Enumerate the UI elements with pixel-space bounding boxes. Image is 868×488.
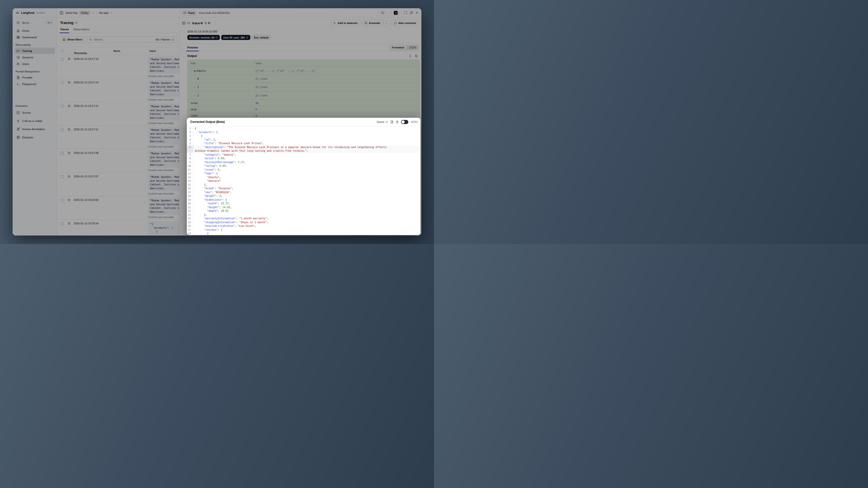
code-content: "reviews": [ [193, 228, 421, 232]
code-content: "category": "beauty", [193, 153, 421, 157]
line-gutter: 24 [187, 217, 193, 220]
line-gutter: 6 [187, 145, 193, 153]
line-number: 28 [188, 232, 191, 235]
corrected-output-card: Corrected Output (Beta) Saved JSON 1{2 "… [187, 118, 421, 235]
line-gutter: 27 [187, 228, 193, 232]
code-content: "tags": [ [193, 172, 421, 176]
code-line[interactable]: 24 "warrantyInformation": "1 month warra… [187, 217, 421, 220]
code-content: { [193, 134, 421, 138]
line-gutter: 7 [187, 153, 193, 157]
code-line[interactable]: 12 "tags": [ [187, 172, 421, 176]
line-number: 12 [188, 172, 191, 176]
code-content: "products": [ [193, 130, 421, 134]
corrected-output-header: Corrected Output (Beta) Saved JSON [187, 118, 421, 126]
code-line[interactable]: 17 "sku": "RCH45Q1A", [187, 190, 421, 194]
code-content: "price": 9.99, [193, 156, 421, 160]
line-gutter: 10 [187, 164, 193, 168]
code-line[interactable]: 21 "height": 14.43, [187, 206, 421, 209]
line-number: 18 [188, 194, 191, 198]
code-line[interactable]: 3 { [187, 134, 421, 138]
json-code-editor[interactable]: 1{2 "products": [3 {4 "id": 1,5 "title":… [187, 126, 421, 235]
line-gutter: 19 [187, 198, 193, 202]
code-line[interactable]: 6 "description": "The Essence Mascara La… [187, 145, 421, 153]
line-gutter: 5 [187, 142, 193, 145]
code-line[interactable]: 7 "category": "beauty", [187, 153, 421, 157]
line-number: 26 [188, 224, 191, 228]
save-file-icon[interactable] [391, 120, 394, 124]
code-line[interactable]: 27 "reviews": [ [187, 228, 421, 232]
code-line[interactable]: 25 "shippingInformation": "Ships in 1 mo… [187, 220, 421, 224]
code-line[interactable]: 20 "width": 23.17, [187, 202, 421, 206]
code-line[interactable]: 10 "rating": 4.94, [187, 164, 421, 168]
line-gutter: 22 [187, 209, 193, 213]
code-line[interactable]: 4 "id": 1, [187, 138, 421, 142]
code-content: "height": 14.43, [193, 206, 421, 209]
line-gutter: 13 [187, 176, 193, 179]
line-gutter: 16 [187, 187, 193, 190]
line-number: 10 [188, 164, 191, 168]
code-line[interactable]: 15 ], [187, 183, 421, 187]
saved-label: Saved [377, 120, 384, 123]
line-gutter: 26 [187, 224, 193, 228]
line-gutter: 11 [187, 168, 193, 172]
code-content: "description": "The Essence Mascara Lash… [193, 145, 421, 153]
line-gutter: 3 [187, 134, 193, 138]
code-line[interactable]: 23 }, [187, 213, 421, 217]
code-content: "sku": "RCH45Q1A", [193, 190, 421, 194]
code-content: "depth": 28.01 [193, 209, 421, 213]
code-line[interactable]: 5 "title": "Essence Mascara Lash Prince"… [187, 142, 421, 145]
fold-chevron-icon[interactable] [191, 135, 193, 136]
fold-chevron-icon[interactable] [191, 229, 193, 231]
code-content: "dimensions": { [193, 198, 421, 202]
code-content: ], [193, 183, 421, 187]
fold-chevron-icon[interactable] [191, 233, 193, 234]
fold-chevron-icon[interactable] [191, 127, 193, 129]
line-number: 7 [189, 153, 191, 157]
json-toggle[interactable] [401, 120, 408, 124]
code-line[interactable]: 1{ [187, 126, 421, 130]
code-content: "warrantyInformation": "1 month warranty… [193, 217, 421, 220]
line-number: 25 [188, 220, 191, 224]
code-line[interactable]: 18 "weight": 2, [187, 194, 421, 198]
code-line[interactable]: 8 "price": 9.99, [187, 156, 421, 160]
trash-icon[interactable] [396, 120, 399, 124]
line-number: 20 [188, 202, 191, 206]
code-line[interactable]: 19 "dimensions": { [187, 198, 421, 202]
line-number: 19 [188, 198, 191, 202]
code-line[interactable]: 16 "brand": "Essence", [187, 187, 421, 190]
fold-chevron-icon[interactable] [191, 131, 193, 133]
toggle-knob [402, 120, 405, 124]
code-line[interactable]: 13 "beauty", [187, 176, 421, 179]
code-content: "id": 1, [193, 138, 421, 142]
line-number: 24 [188, 217, 191, 220]
line-gutter: 21 [187, 206, 193, 209]
line-gutter: 12 [187, 172, 193, 176]
code-line[interactable]: 9 "discountPercentage": 7.17, [187, 160, 421, 164]
line-number: 4 [189, 138, 191, 142]
line-number: 21 [188, 206, 191, 209]
line-number: 14 [188, 179, 191, 183]
code-line[interactable]: 28 { [187, 232, 421, 235]
code-content: "availabilityStatus": "Low Stock", [193, 224, 421, 228]
line-number: 22 [188, 209, 191, 213]
app-window: Langfuse v3.146.0 Go to...⌘ KHomeDashboa… [12, 8, 422, 236]
line-gutter: 15 [187, 183, 193, 187]
line-number: 9 [189, 160, 191, 164]
fold-chevron-icon[interactable] [191, 199, 193, 201]
code-line[interactable]: 22 "depth": 28.01 [187, 209, 421, 213]
code-content: { [193, 126, 421, 130]
corrected-output-title: Corrected Output (Beta) [190, 120, 225, 124]
code-line[interactable]: 2 "products": [ [187, 130, 421, 134]
line-gutter: 2 [187, 130, 193, 134]
code-line[interactable]: 26 "availabilityStatus": "Low Stock", [187, 224, 421, 228]
code-line[interactable]: 11 "stock": 5, [187, 168, 421, 172]
code-content: "mascara" [193, 179, 421, 183]
line-number: 13 [188, 176, 191, 179]
line-number: 11 [188, 168, 191, 172]
code-line[interactable]: 14 "mascara" [187, 179, 421, 183]
fold-chevron-icon[interactable] [191, 173, 193, 174]
line-gutter: 20 [187, 202, 193, 206]
code-content: "rating": 4.94, [193, 164, 421, 168]
code-content: "discountPercentage": 7.17, [193, 160, 421, 164]
line-gutter: 8 [187, 156, 193, 160]
